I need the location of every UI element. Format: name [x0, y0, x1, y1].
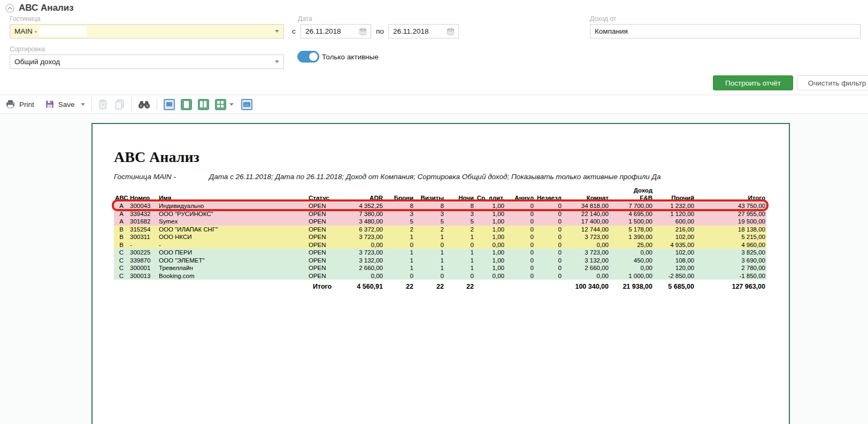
cell-visits: 8 — [414, 202, 445, 210]
cell-fnb: 25,00 — [610, 241, 654, 249]
copy-button[interactable] — [114, 99, 125, 110]
cell-other: 1 232,00 — [654, 202, 695, 210]
cell-total: 3 690,00 — [695, 257, 766, 265]
cell-no-show: 0 — [535, 264, 563, 272]
chevron-down-icon[interactable] — [81, 103, 85, 106]
report-row: C300225ООО ПЕРИOPEN3 723,001111,00003 72… — [114, 249, 766, 257]
cell-avg-stay: 1,00 — [475, 249, 505, 257]
cell-abc: B — [114, 241, 129, 249]
income-group-label: Доход — [611, 187, 652, 194]
chevron-down-icon[interactable] — [275, 30, 279, 33]
cell-visits: 0 — [414, 272, 445, 280]
toggle-knob[interactable] — [309, 52, 318, 61]
cell-avg-stay: 1,00 — [475, 233, 505, 241]
single-page-view-button[interactable] — [181, 99, 192, 110]
hotel-value: MAIN - — [14, 27, 37, 35]
col-no-show: Незаезд — [535, 187, 563, 202]
calendar-icon[interactable] — [359, 28, 366, 35]
cell-cancelled: 0 — [505, 233, 535, 241]
cell-adr: 3 480,00 — [348, 218, 384, 226]
cell-no-show: 0 — [535, 249, 563, 257]
multi-page-view-button[interactable] — [215, 99, 226, 110]
save-label: Save — [58, 101, 75, 109]
cell-fnb: 1 500,00 — [610, 218, 654, 226]
income-from-input[interactable]: Компания — [590, 24, 861, 38]
cell-total: 5 215,00 — [695, 233, 766, 241]
paste-button[interactable]: ? — [98, 99, 108, 110]
chevron-down-icon[interactable] — [275, 60, 279, 63]
cell-number: 300225 — [129, 249, 158, 257]
cell-avg-stay: 0,00 — [475, 272, 505, 280]
only-active-toggle[interactable] — [297, 51, 319, 63]
cell-nights: 1 — [445, 249, 475, 257]
cell-rooms: 22 140,00 — [563, 210, 610, 218]
col-total: Итого — [695, 187, 766, 202]
cell-no-show: 0 — [535, 218, 563, 226]
cell-avg-stay: 1,00 — [475, 202, 505, 210]
cell-number: 301682 — [129, 218, 158, 226]
sort-select[interactable]: Общий доход — [10, 55, 284, 69]
cell-bookings: 1 — [384, 257, 414, 265]
cell-visits: 5 — [414, 218, 445, 226]
cell-name: Symex — [158, 218, 308, 226]
total-abc — [114, 280, 129, 291]
clear-filter-button[interactable]: Очистить фильтр — [797, 75, 868, 90]
col-status: Статус — [308, 187, 348, 202]
col-nights: Ночи — [445, 187, 475, 202]
calendar-icon[interactable] — [447, 28, 454, 35]
cell-fnb: 0,00 — [610, 264, 654, 272]
cell-bookings: 3 — [384, 210, 414, 218]
divider — [131, 98, 132, 111]
cell-fnb: 1 390,00 — [610, 233, 654, 241]
cell-avg-stay: 1,00 — [475, 257, 505, 265]
date-from-prefix: с — [292, 27, 296, 35]
report-subtitle-params: Дата с 26.11.2018; Дата по 26.11.2018; Д… — [209, 173, 661, 181]
collapse-icon[interactable] — [5, 4, 14, 13]
printer-icon — [5, 99, 16, 109]
cell-nights: 1 — [445, 264, 475, 272]
two-page-view-button[interactable] — [198, 99, 209, 110]
cell-status: OPEN — [308, 272, 348, 280]
report-subtitle: Гостиница MAIN -Дата с 26.11.2018; Дата … — [114, 173, 789, 181]
cell-number: 300043 — [129, 202, 158, 210]
report-viewport: АВС Анализ Гостиница MAIN -Дата с 26.11.… — [0, 114, 868, 424]
col-visits: Визиты — [414, 187, 445, 202]
total-avg-stay — [475, 280, 505, 291]
print-button[interactable]: Print — [5, 99, 34, 109]
hotel-select[interactable]: MAIN - — [10, 24, 284, 38]
total-status: Итого — [308, 280, 348, 291]
report-row: B300311ООО НКСИOPEN3 723,001111,00003 72… — [114, 233, 766, 241]
cell-no-show: 0 — [535, 233, 563, 241]
date-to-input[interactable]: 26.11.2018 — [388, 24, 459, 38]
total-number — [129, 280, 158, 291]
cell-visits: 1 — [414, 264, 445, 272]
report-row: B315254ООО "ИЛАПАК СНГ"OPEN6 372,002221,… — [114, 226, 766, 234]
find-button[interactable] — [138, 100, 150, 109]
cell-bookings: 1 — [384, 233, 414, 241]
cell-no-show: 0 — [535, 210, 563, 218]
cell-adr: 3 723,00 — [348, 233, 384, 241]
fit-to-width-button[interactable]: ↔ — [241, 99, 252, 110]
cell-total: 2 780,00 — [695, 264, 766, 272]
cell-name: ООО "ИЛАПАК СНГ" — [158, 226, 308, 234]
sort-value: Общий доход — [14, 58, 60, 66]
report-row: C339870ООО "ЭЛЕМЕТ"OPEN3 132,001111,0000… — [114, 257, 766, 265]
cell-name: ООО "РУСИНОКС" — [158, 210, 308, 218]
report-row: A301682SymexOPEN3 480,005551,000017 400,… — [114, 218, 766, 226]
cell-status: OPEN — [308, 202, 348, 210]
build-report-button[interactable]: Построить отчёт — [713, 75, 793, 90]
cell-nights: 1 — [445, 257, 475, 265]
print-preview-button[interactable] — [164, 99, 175, 110]
col-abc: АВС — [114, 187, 129, 202]
cell-visits: 1 — [414, 257, 445, 265]
cell-abc: B — [114, 226, 129, 234]
report-toolbar: Print Save ? ↔ — [0, 95, 868, 114]
chevron-down-icon[interactable] — [229, 103, 234, 106]
total-adr: 4 560,91 — [348, 280, 384, 291]
cell-rooms: 3 723,00 — [563, 249, 610, 257]
cell-abc: B — [114, 233, 129, 241]
save-button[interactable]: Save — [45, 99, 85, 109]
total-nights: 22 — [445, 280, 475, 291]
total-name — [158, 280, 308, 291]
date-from-input[interactable]: 26.11.2018 — [301, 24, 371, 38]
